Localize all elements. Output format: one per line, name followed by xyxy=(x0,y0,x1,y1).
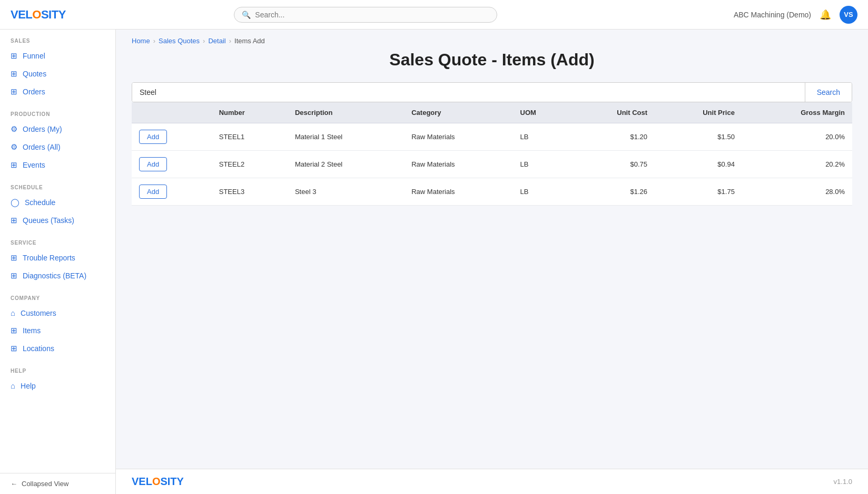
breadcrumb-home[interactable]: Home xyxy=(132,37,150,45)
schedule-icon: ◯ xyxy=(11,198,19,207)
collapse-view-button[interactable]: ← Collapsed View xyxy=(0,473,115,494)
sidebar-item-orders[interactable]: ⊞ Orders xyxy=(0,83,115,101)
add-button-steel2[interactable]: Add xyxy=(139,157,167,171)
global-search-input[interactable] xyxy=(255,11,489,19)
col-description: Description xyxy=(288,102,404,123)
sidebar-item-label: Customers xyxy=(21,309,56,317)
row-action[interactable]: Add xyxy=(132,151,212,178)
add-button-steel3[interactable]: Add xyxy=(139,185,167,199)
breadcrumb-detail[interactable]: Detail xyxy=(208,37,225,45)
row-category: Raw Materials xyxy=(404,178,512,206)
sidebar-section-production: PRODUCTION ⚙ Orders (My) ⚙ Orders (All) … xyxy=(0,103,115,176)
sidebar-section-company: COMPANY ⌂ Customers ⊞ Items ⊞ Locations xyxy=(0,287,115,360)
avatar[interactable]: VS xyxy=(840,6,857,24)
row-gross-margin: 20.0% xyxy=(742,123,852,151)
sidebar-item-quotes[interactable]: ⊞ Quotes xyxy=(0,65,115,83)
sidebar-item-funnel[interactable]: ⊞ Funnel xyxy=(0,47,115,65)
orders-icon: ⊞ xyxy=(11,87,17,96)
footer-version: v1.1.0 xyxy=(834,478,852,486)
row-action[interactable]: Add xyxy=(132,123,212,151)
layout: SALES ⊞ Funnel ⊞ Quotes ⊞ Orders PRODUCT… xyxy=(0,30,868,494)
help-icon: ⌂ xyxy=(11,381,15,390)
sidebar-item-items[interactable]: ⊞ Items xyxy=(0,322,115,340)
row-description: Material 2 Steel xyxy=(288,151,404,178)
sidebar-item-events[interactable]: ⊞ Events xyxy=(0,156,115,174)
row-gross-margin: 28.0% xyxy=(742,178,852,206)
logo: VELOSITY xyxy=(11,8,116,22)
col-category: Category xyxy=(404,102,512,123)
sidebar-item-label: Items xyxy=(23,326,41,335)
sidebar-item-label: Orders (My) xyxy=(23,125,62,133)
row-unit-price: $0.94 xyxy=(655,151,742,178)
events-icon: ⊞ xyxy=(11,160,17,170)
sidebar-item-label: Diagnostics (BETA) xyxy=(23,272,86,280)
sidebar-item-label: Events xyxy=(23,161,45,169)
customers-icon: ⌂ xyxy=(11,308,15,317)
sidebar-item-orders-all[interactable]: ⚙ Orders (All) xyxy=(0,138,115,156)
sidebar-section-help: HELP ⌂ Help xyxy=(0,360,115,396)
breadcrumb-current: Items Add xyxy=(234,37,265,45)
sidebar-item-diagnostics[interactable]: ⊞ Diagnostics (BETA) xyxy=(0,267,115,285)
sidebar-section-service: SERVICE ⊞ Trouble Reports ⊞ Diagnostics … xyxy=(0,231,115,287)
global-search-bar[interactable]: 🔍 xyxy=(234,7,497,23)
row-category: Raw Materials xyxy=(404,151,512,178)
table-row: Add STEEL3 Steel 3 Raw Materials LB $1.2… xyxy=(132,178,852,206)
item-search-button[interactable]: Search xyxy=(805,83,852,102)
diagnostics-icon: ⊞ xyxy=(11,271,17,280)
col-uom: UOM xyxy=(513,102,570,123)
row-description: Material 1 Steel xyxy=(288,123,404,151)
trouble-reports-icon: ⊞ xyxy=(11,253,17,263)
sidebar-section-schedule: SCHEDULE ◯ Schedule ⊞ Queues (Tasks) xyxy=(0,176,115,231)
row-number: STEEL1 xyxy=(212,123,288,151)
row-unit-cost: $1.26 xyxy=(570,178,655,206)
row-uom: LB xyxy=(513,178,570,206)
col-unit-cost: Unit Cost xyxy=(570,102,655,123)
row-gross-margin: 20.2% xyxy=(742,151,852,178)
breadcrumb-sales-quotes[interactable]: Sales Quotes xyxy=(159,37,200,45)
sidebar-item-locations[interactable]: ⊞ Locations xyxy=(0,340,115,357)
sidebar-item-label: Quotes xyxy=(23,70,46,78)
row-category: Raw Materials xyxy=(404,123,512,151)
sidebar-item-label: Funnel xyxy=(23,52,45,60)
funnel-icon: ⊞ xyxy=(11,51,17,61)
orders-my-icon: ⚙ xyxy=(11,124,17,134)
col-unit-price: Unit Price xyxy=(655,102,742,123)
row-unit-cost: $1.20 xyxy=(570,123,655,151)
add-button-steel1[interactable]: Add xyxy=(139,130,167,144)
row-unit-cost: $0.75 xyxy=(570,151,655,178)
sidebar-item-customers[interactable]: ⌂ Customers xyxy=(0,304,115,322)
locations-icon: ⊞ xyxy=(11,344,17,353)
item-search-input[interactable] xyxy=(132,83,805,102)
main-content: Home › Sales Quotes › Detail › Items Add… xyxy=(116,30,868,494)
row-description: Steel 3 xyxy=(288,178,404,206)
col-action xyxy=(132,102,212,123)
table-row: Add STEEL1 Material 1 Steel Raw Material… xyxy=(132,123,852,151)
topnav-right: ABC Machining (Demo) 🔔 VS xyxy=(734,6,857,24)
collapse-view-label: Collapsed View xyxy=(22,480,68,488)
row-number: STEEL2 xyxy=(212,151,288,178)
items-table: Number Description Category UOM Unit Cos… xyxy=(132,102,852,206)
sidebar-item-queues[interactable]: ⊞ Queues (Tasks) xyxy=(0,211,115,229)
row-action[interactable]: Add xyxy=(132,178,212,206)
sidebar-item-help[interactable]: ⌂ Help xyxy=(0,377,115,394)
item-search-row: Search xyxy=(132,82,852,102)
sidebar-item-orders-my[interactable]: ⚙ Orders (My) xyxy=(0,120,115,138)
sidebar-item-trouble-reports[interactable]: ⊞ Trouble Reports xyxy=(0,249,115,267)
sidebar: SALES ⊞ Funnel ⊞ Quotes ⊞ Orders PRODUCT… xyxy=(0,30,116,494)
company-name: ABC Machining (Demo) xyxy=(734,11,811,19)
breadcrumb: Home › Sales Quotes › Detail › Items Add xyxy=(116,30,868,50)
search-icon: 🔍 xyxy=(242,11,251,19)
row-uom: LB xyxy=(513,123,570,151)
sidebar-section-sales: SALES ⊞ Funnel ⊞ Quotes ⊞ Orders xyxy=(0,30,115,103)
footer: VELOSITY v1.1.0 xyxy=(116,469,868,494)
sidebar-item-schedule[interactable]: ◯ Schedule xyxy=(0,193,115,211)
sidebar-section-label-production: PRODUCTION xyxy=(0,111,115,120)
sidebar-section-label-help: HELP xyxy=(0,368,115,377)
sidebar-section-label-company: COMPANY xyxy=(0,295,115,304)
col-number: Number xyxy=(212,102,288,123)
orders-all-icon: ⚙ xyxy=(11,142,17,152)
notification-bell-icon[interactable]: 🔔 xyxy=(820,9,831,21)
sidebar-section-label-service: SERVICE xyxy=(0,240,115,249)
quotes-icon: ⊞ xyxy=(11,69,17,79)
content-area: Sales Quote - Items (Add) Search Number … xyxy=(116,50,868,469)
